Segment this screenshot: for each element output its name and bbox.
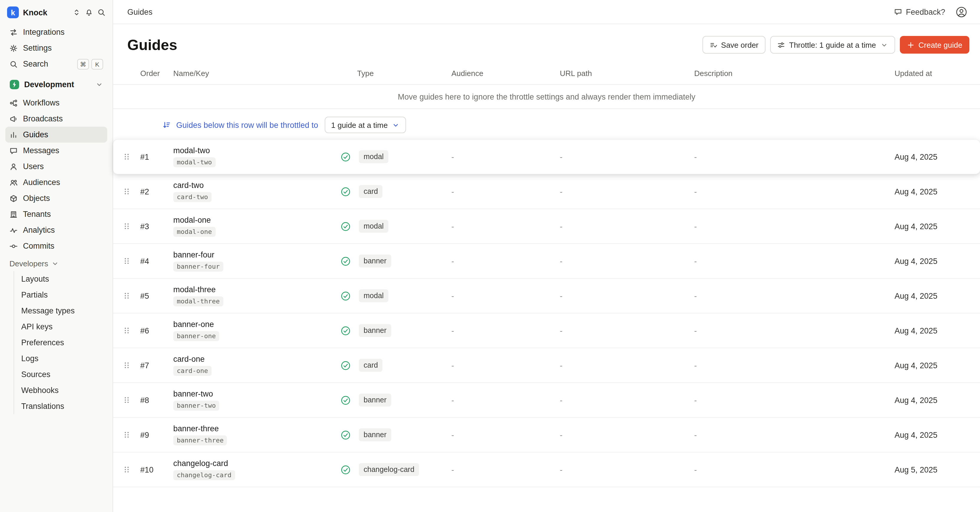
sidebar-item-tenants[interactable]: Tenants bbox=[5, 206, 107, 222]
sidebar-item-label: Search bbox=[23, 59, 48, 68]
knock-logo: k bbox=[7, 6, 19, 18]
sidebar-item-logs[interactable]: Logs bbox=[14, 351, 107, 366]
guide-updated-at: Aug 4, 2025 bbox=[894, 396, 970, 404]
sidebar-item-api-keys[interactable]: API keys bbox=[14, 319, 107, 335]
users-icon bbox=[10, 162, 18, 170]
sidebar-item-settings[interactable]: Settings bbox=[5, 40, 107, 56]
sidebar-item-label: API keys bbox=[21, 322, 53, 331]
sidebar-item-search[interactable]: Search⌘K bbox=[5, 56, 107, 72]
environment-switcher[interactable]: Development bbox=[5, 76, 107, 93]
drag-handle-icon[interactable] bbox=[123, 361, 131, 369]
topbar-search-icon[interactable] bbox=[97, 8, 105, 16]
throttle-dropdown[interactable]: Throttle: 1 guide at a time bbox=[770, 36, 895, 54]
sidebar-item-translations[interactable]: Translations bbox=[14, 398, 107, 414]
status-active-check-icon bbox=[340, 152, 351, 162]
drag-handle-icon[interactable] bbox=[123, 153, 131, 161]
guide-order: #9 bbox=[140, 430, 173, 439]
search-icon bbox=[10, 60, 18, 68]
guide-row[interactable]: #5 modal-three modal-three modal - - - A… bbox=[113, 279, 980, 313]
status-active-check-icon bbox=[340, 326, 351, 336]
sidebar-item-label: Partials bbox=[21, 291, 48, 299]
guide-name: modal-one bbox=[173, 216, 340, 224]
sidebar-item-webhooks[interactable]: Webhooks bbox=[14, 382, 107, 398]
throttle-amount-dropdown[interactable]: 1 guide at a time bbox=[325, 117, 406, 133]
sidebar-item-audiences[interactable]: Audiences bbox=[5, 174, 107, 190]
create-guide-button[interactable]: Create guide bbox=[900, 36, 969, 54]
ignore-throttle-dropzone[interactable]: Move guides here to ignore the throttle … bbox=[113, 85, 980, 109]
drag-handle-icon[interactable] bbox=[123, 431, 131, 439]
sidebar-item-label: Integrations bbox=[23, 28, 65, 37]
guide-row[interactable]: #7 card-one card-one card - - - Aug 4, 2… bbox=[113, 348, 980, 383]
sidebar-item-message-types[interactable]: Message types bbox=[14, 303, 107, 319]
guide-name: banner-three bbox=[173, 424, 340, 433]
guide-row[interactable]: #9 banner-three banner-three banner - - … bbox=[113, 418, 980, 453]
keyboard-shortcut: ⌘K bbox=[77, 59, 103, 69]
sidebar-item-analytics[interactable]: Analytics bbox=[5, 222, 107, 238]
column-header-audience: Audience bbox=[452, 68, 560, 78]
guide-order: #1 bbox=[140, 152, 173, 161]
sidebar-item-preferences[interactable]: Preferences bbox=[14, 335, 107, 351]
user-avatar[interactable] bbox=[956, 6, 967, 17]
drag-handle-icon[interactable] bbox=[123, 188, 131, 196]
drag-handle-icon[interactable] bbox=[123, 466, 131, 474]
save-order-button[interactable]: Save order bbox=[702, 36, 765, 54]
analytics-icon bbox=[10, 226, 18, 234]
guide-name-key: modal-three modal-three bbox=[173, 285, 340, 306]
guide-row[interactable]: #10 changelog-card changelog-card change… bbox=[113, 453, 980, 487]
topbar-right: Feedback? bbox=[894, 6, 967, 17]
drag-handle-icon[interactable] bbox=[123, 292, 131, 300]
guide-key: modal-one bbox=[173, 227, 215, 237]
sidebar-item-label: Commits bbox=[23, 242, 54, 250]
sidebar-item-sources[interactable]: Sources bbox=[14, 366, 107, 382]
drag-handle-icon[interactable] bbox=[123, 396, 131, 404]
feedback-button[interactable]: Feedback? bbox=[894, 7, 945, 16]
drag-handle-icon[interactable] bbox=[123, 257, 131, 265]
guide-type-cell: banner bbox=[340, 254, 452, 267]
page-header: Guides Save order Throttle: 1 guide at a… bbox=[113, 24, 980, 62]
throttle-divider-label[interactable]: Guides below this row will be throttled … bbox=[176, 121, 318, 129]
sidebar-item-workflows[interactable]: Workflows bbox=[5, 95, 107, 111]
notifications-bell-icon[interactable] bbox=[85, 8, 93, 16]
drag-handle-icon[interactable] bbox=[123, 326, 131, 335]
guide-order: #7 bbox=[140, 361, 173, 370]
throttle-sort-icon bbox=[163, 121, 171, 129]
sidebar-item-partials[interactable]: Partials bbox=[14, 287, 107, 303]
sidebar-item-integrations[interactable]: Integrations bbox=[5, 24, 107, 40]
guide-url-path: - bbox=[560, 396, 694, 404]
drag-handle-icon[interactable] bbox=[123, 222, 131, 231]
throttle-divider: Guides below this row will be throttled … bbox=[113, 109, 980, 140]
sidebar-item-objects[interactable]: Objects bbox=[5, 190, 107, 206]
guide-description: - bbox=[694, 222, 894, 231]
sidebar-item-layouts[interactable]: Layouts bbox=[14, 271, 107, 287]
guide-row[interactable]: #8 banner-two banner-two banner - - - Au… bbox=[113, 383, 980, 418]
sidebar-item-guides[interactable]: Guides bbox=[5, 127, 107, 143]
guide-name-key: banner-one banner-one bbox=[173, 320, 340, 341]
guide-row[interactable]: #4 banner-four banner-four banner - - - … bbox=[113, 244, 980, 279]
developers-section-toggle[interactable]: Developers bbox=[5, 254, 107, 271]
workspace-switcher-icon[interactable] bbox=[73, 8, 81, 16]
guide-row[interactable]: #2 card-two card-two card - - - Aug 4, 2… bbox=[113, 174, 980, 209]
guide-type-cell: banner bbox=[340, 428, 452, 441]
sidebar-item-users[interactable]: Users bbox=[5, 159, 107, 174]
guide-type-cell: modal bbox=[340, 289, 452, 302]
guide-row[interactable]: #1 modal-two modal-two modal - - - Aug 4… bbox=[113, 140, 980, 174]
feedback-bubble-icon bbox=[894, 8, 902, 16]
guide-type-badge: banner bbox=[359, 428, 391, 441]
guide-row[interactable]: #6 banner-one banner-one banner - - - Au… bbox=[113, 313, 980, 348]
chevron-down-icon bbox=[51, 260, 59, 267]
guide-row[interactable]: #3 modal-one modal-one modal - - - Aug 4… bbox=[113, 209, 980, 244]
sidebar-item-messages[interactable]: Messages bbox=[5, 143, 107, 159]
sidebar-item-broadcasts[interactable]: Broadcasts bbox=[5, 111, 107, 127]
sidebar-item-commits[interactable]: Commits bbox=[5, 238, 107, 254]
integrations-icon bbox=[10, 28, 18, 36]
guide-url-path: - bbox=[560, 465, 694, 474]
developers-label: Developers bbox=[10, 259, 48, 268]
guide-type-badge: modal bbox=[359, 150, 388, 163]
column-header-name-key: Name/Key bbox=[173, 68, 340, 78]
guide-name: banner-four bbox=[173, 250, 340, 259]
guide-updated-at: Aug 4, 2025 bbox=[894, 430, 970, 439]
column-header-description: Description bbox=[694, 68, 894, 78]
sidebar-item-label: Message types bbox=[21, 306, 75, 315]
guide-type-cell: modal bbox=[340, 220, 452, 233]
sidebar-item-label: Settings bbox=[23, 44, 52, 52]
